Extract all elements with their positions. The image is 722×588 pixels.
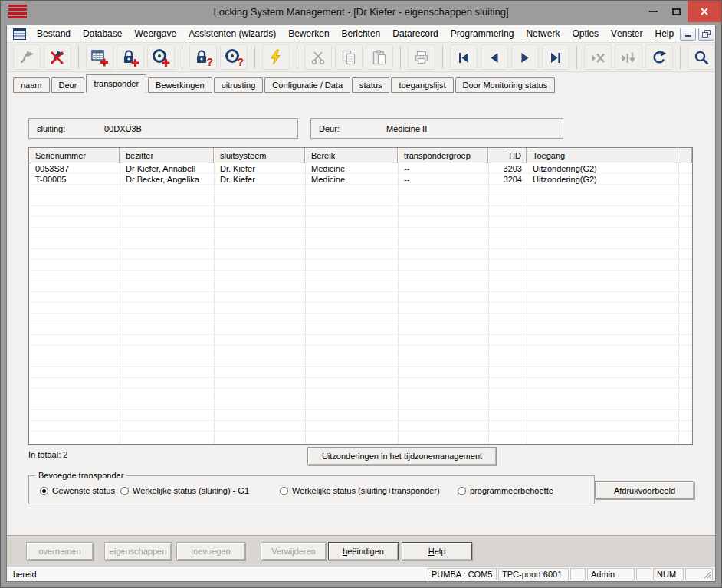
overnemen-button[interactable]: overnemen bbox=[26, 542, 94, 560]
close-button[interactable] bbox=[688, 1, 721, 22]
search-button[interactable] bbox=[688, 44, 715, 70]
tab-door-monitoring-status[interactable]: Door Monitoring status bbox=[455, 77, 556, 93]
toevoegen-button[interactable]: toevoegen bbox=[176, 542, 245, 560]
column-header-sluitsysteem[interactable]: sluitsysteem bbox=[214, 148, 305, 163]
menu-netwerk[interactable]: Netwerk bbox=[520, 25, 566, 42]
tab-strip: naam Deur transponder Bewerkingen uitrus… bbox=[7, 72, 715, 93]
radio-werkelijke-status-sluiting-transponder[interactable]: Werkelijke status (sluiting+transponder) bbox=[280, 486, 440, 495]
help-footer-button[interactable]: Help bbox=[402, 542, 472, 560]
zigzag-arrow-button[interactable] bbox=[13, 44, 41, 70]
column-header-toegang[interactable]: Toegang bbox=[527, 148, 678, 163]
tab-configuratie-data[interactable]: Configuratie / Data bbox=[264, 77, 350, 93]
previous-record-button[interactable] bbox=[481, 44, 508, 70]
deur-label: Deur: bbox=[311, 124, 386, 133]
read-lock-button[interactable]: ? bbox=[189, 44, 217, 70]
window-title: Locking System Management - [Dr Kiefer -… bbox=[1, 1, 721, 23]
column-header-bezitter[interactable]: bezitter bbox=[120, 148, 214, 163]
record-cancel-button[interactable] bbox=[584, 44, 612, 70]
record-commit-button[interactable] bbox=[615, 44, 642, 70]
last-record-button[interactable] bbox=[542, 44, 569, 70]
column-header-tid[interactable]: TID bbox=[488, 148, 527, 163]
mdi-minimize-button[interactable] bbox=[680, 28, 696, 41]
zigzag-arrow-remove-button[interactable] bbox=[44, 44, 71, 70]
paste-icon bbox=[371, 49, 388, 66]
deur-field: Deur: Medicine II bbox=[310, 118, 563, 139]
tab-deur[interactable]: Deur bbox=[51, 77, 85, 93]
menu-assistenten[interactable]: Assistenten (wizards) bbox=[182, 25, 282, 42]
radio-gewenste-status[interactable]: Gewenste status bbox=[40, 486, 115, 495]
resize-grip-icon[interactable] bbox=[704, 571, 711, 579]
menu-opties[interactable]: Opties bbox=[566, 25, 605, 42]
tijdzone-exceptions-button[interactable]: Uitzonderingen in het tijdzonemanagement bbox=[307, 447, 497, 465]
refresh-button[interactable] bbox=[645, 44, 673, 70]
table-row[interactable]: T-00005 Dr Becker, Angelika Dr. Kiefer M… bbox=[29, 174, 692, 185]
toolbar: ? ? bbox=[7, 43, 715, 72]
mdi-restore-button[interactable] bbox=[698, 28, 714, 41]
copy-icon bbox=[340, 49, 357, 66]
status-bar: bereid PUMBA : COM5 TPC-poort:6001 Admin… bbox=[7, 566, 715, 581]
list-body: 0053S87 Dr Kiefer, Annabell Dr. Kiefer M… bbox=[29, 163, 692, 444]
bottom-button-row: overnemen eigenschappen toevoegen Verwij… bbox=[7, 535, 715, 566]
menu-venster[interactable]: Venster bbox=[605, 25, 648, 42]
radio-icon bbox=[280, 487, 288, 495]
group-label: Bevoegde transponder bbox=[35, 471, 126, 480]
menu-bewerken[interactable]: Bewerken bbox=[282, 25, 335, 42]
next-record-button[interactable] bbox=[511, 44, 539, 70]
program-button[interactable] bbox=[262, 44, 290, 70]
first-record-button[interactable] bbox=[450, 44, 478, 70]
menu-help[interactable]: Help bbox=[648, 25, 680, 42]
new-lock-button[interactable] bbox=[117, 44, 144, 70]
menu-datarecord[interactable]: Datarecord bbox=[386, 25, 444, 42]
tab-status[interactable]: status bbox=[352, 77, 389, 93]
read-transponder-button[interactable]: ? bbox=[220, 44, 248, 70]
statusbar-num-cell: NUM bbox=[653, 568, 684, 580]
restore-icon bbox=[701, 29, 711, 39]
column-header-serienummer[interactable]: Serienummer bbox=[29, 148, 120, 163]
statusbar-device-cell: PUMBA : COM5 bbox=[428, 568, 497, 580]
menu-database[interactable]: Database bbox=[77, 25, 128, 42]
maximize-button[interactable] bbox=[665, 1, 688, 22]
menu-programmering[interactable]: Programmering bbox=[445, 25, 520, 42]
new-transponder-button[interactable] bbox=[147, 44, 175, 70]
minimize-button[interactable] bbox=[642, 1, 665, 22]
menu-weergave[interactable]: Weergave bbox=[128, 25, 182, 42]
lightning-icon bbox=[267, 48, 285, 67]
menu-bestand[interactable]: Bestand bbox=[31, 25, 77, 42]
first-record-icon bbox=[455, 49, 472, 66]
eigenschappen-button[interactable]: eigenschappen bbox=[104, 542, 172, 560]
question-badge-icon: ? bbox=[237, 57, 244, 67]
afdrukvoorbeeld-button[interactable]: Afdrukvoorbeeld bbox=[595, 481, 694, 499]
tab-bewerkingen[interactable]: Bewerkingen bbox=[148, 77, 212, 93]
paste-button[interactable] bbox=[366, 44, 393, 70]
sluiting-value: 00DXU3B bbox=[104, 124, 142, 133]
column-header-transpondergroep[interactable]: transpondergroep bbox=[398, 148, 488, 163]
tab-uitrusting[interactable]: uitrusting bbox=[214, 77, 264, 93]
menu-berichten[interactable]: Berichten bbox=[336, 25, 387, 42]
radio-programmeerbehoefte[interactable]: programmeerbehoefte bbox=[458, 486, 553, 495]
radio-werkelijke-status-sluiting-g1[interactable]: Werkelijke status (sluiting) - G1 bbox=[120, 486, 249, 495]
tab-toegangslijst[interactable]: toegangslijst bbox=[391, 77, 453, 93]
statusbar-empty-cell bbox=[570, 568, 586, 580]
scissors-icon bbox=[310, 49, 327, 66]
statusbar-grip-cell bbox=[685, 568, 713, 580]
status-text: bereid bbox=[9, 570, 37, 579]
question-badge-icon: ? bbox=[206, 57, 213, 67]
column-header-bereik[interactable]: Bereik bbox=[305, 148, 398, 163]
radio-icon bbox=[120, 487, 129, 495]
cut-button[interactable] bbox=[304, 44, 332, 70]
print-button[interactable] bbox=[408, 44, 435, 70]
beeindigen-button[interactable]: beëindigen bbox=[328, 542, 399, 560]
tab-naam[interactable]: naam bbox=[13, 77, 50, 93]
list-header: Serienummer bezitter sluitsysteem Bereik… bbox=[29, 148, 692, 163]
transponder-list[interactable]: Serienummer bezitter sluitsysteem Bereik… bbox=[28, 147, 693, 445]
copy-button[interactable] bbox=[335, 44, 363, 70]
next-record-icon bbox=[517, 49, 533, 66]
table-row[interactable]: 0053S87 Dr Kiefer, Annabell Dr. Kiefer M… bbox=[29, 163, 692, 174]
verwijderen-button[interactable]: Verwijderen bbox=[261, 542, 327, 560]
sluiting-label: sluiting: bbox=[29, 124, 104, 133]
tab-transponder[interactable]: transponder bbox=[86, 74, 146, 93]
new-locking-system-button[interactable] bbox=[86, 44, 113, 70]
transponder-tab-page: sluiting: 00DXU3B Deur: Medicine II Seri… bbox=[7, 93, 715, 535]
radio-icon bbox=[40, 487, 48, 495]
zigzag-arrow-icon bbox=[18, 48, 36, 67]
